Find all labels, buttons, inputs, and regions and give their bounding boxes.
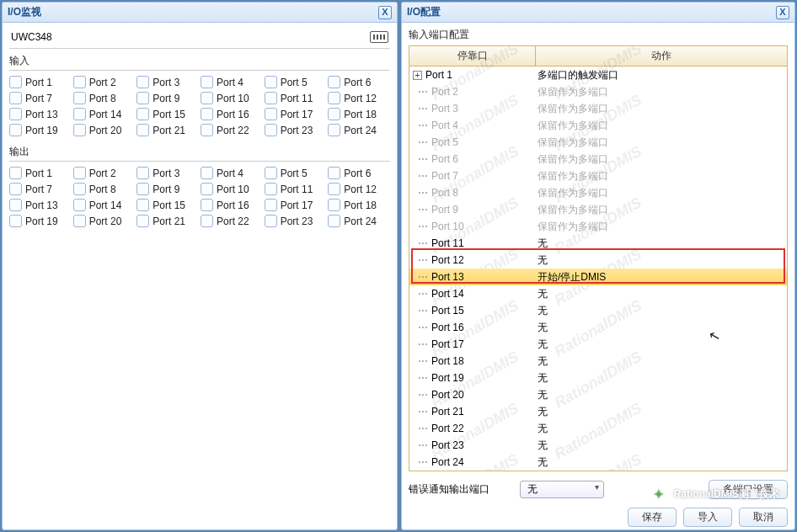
output-port-checkbox[interactable] <box>136 183 149 195</box>
input-port-checkbox[interactable] <box>136 76 149 88</box>
table-body[interactable]: +Port 1多端口的触发端口⋯Port 2保留作为多端口⋯Port 3保留作为… <box>409 66 787 471</box>
table-row[interactable]: ⋯Port 15无 <box>409 302 787 319</box>
input-port-checkbox[interactable] <box>9 76 22 88</box>
input-port-checkbox[interactable] <box>328 124 340 136</box>
output-port-checkbox[interactable] <box>136 215 149 227</box>
output-port-checkbox[interactable] <box>201 183 213 195</box>
output-port-checkbox[interactable] <box>265 183 277 195</box>
table-row[interactable]: ⋯Port 20无 <box>409 386 787 403</box>
output-port-checkbox[interactable] <box>328 167 340 179</box>
action-cell: 无 <box>536 253 787 268</box>
input-port-checkbox[interactable] <box>265 92 277 104</box>
table-row[interactable]: ⋯Port 24无 <box>409 454 787 471</box>
table-row[interactable]: ⋯Port 9保留作为多端口 <box>409 201 787 218</box>
table-row[interactable]: +Port 1多端口的触发端口 <box>409 66 787 83</box>
input-port-item: Port 2 <box>73 76 136 88</box>
input-port-checkbox[interactable] <box>201 108 213 120</box>
table-row[interactable]: ⋯Port 10保留作为多端口 <box>409 218 787 235</box>
table-row[interactable]: ⋯Port 6保留作为多端口 <box>409 151 787 168</box>
close-icon[interactable]: X <box>378 6 392 19</box>
table-row[interactable]: ⋯Port 17无 <box>409 336 787 353</box>
table-row[interactable]: ⋯Port 14无 <box>409 285 787 302</box>
input-port-checkbox[interactable] <box>136 124 149 136</box>
port-name: Port 6 <box>431 153 458 165</box>
port-name: Port 16 <box>431 322 464 333</box>
table-row[interactable]: ⋯Port 16无 <box>409 319 787 336</box>
output-port-checkbox[interactable] <box>328 215 340 227</box>
port-name: Port 17 <box>431 338 464 350</box>
port-label: Port 19 <box>25 215 58 227</box>
table-row[interactable]: ⋯Port 21无 <box>409 403 787 420</box>
save-button[interactable]: 保存 <box>628 508 677 527</box>
table-row[interactable]: ⋯Port 8保留作为多端口 <box>409 184 787 201</box>
input-port-checkbox[interactable] <box>265 76 277 88</box>
table-row[interactable]: ⋯Port 19无 <box>409 370 787 386</box>
cancel-button[interactable]: 取消 <box>739 508 788 527</box>
output-port-item: Port 6 <box>328 167 390 179</box>
table-row[interactable]: ⋯Port 7保留作为多端口 <box>409 168 787 184</box>
input-port-checkbox[interactable] <box>328 92 340 104</box>
input-port-item: Port 5 <box>265 76 327 88</box>
table-row[interactable]: ⋯Port 13开始/停止DMIS <box>409 269 787 285</box>
table-row[interactable]: ⋯Port 2保留作为多端口 <box>409 83 787 100</box>
input-port-checkbox[interactable] <box>9 124 22 136</box>
output-port-checkbox[interactable] <box>9 215 22 227</box>
port-label: Port 5 <box>281 77 308 88</box>
input-port-checkbox[interactable] <box>328 76 340 88</box>
output-port-checkbox[interactable] <box>265 167 277 179</box>
output-port-checkbox[interactable] <box>73 215 86 227</box>
output-port-checkbox[interactable] <box>265 199 277 211</box>
port-cell: ⋯Port 11 <box>409 237 536 249</box>
input-port-checkbox[interactable] <box>9 92 22 104</box>
close-icon[interactable]: X <box>776 6 789 19</box>
output-port-checkbox[interactable] <box>9 199 22 211</box>
output-port-item: Port 22 <box>201 215 263 227</box>
input-port-checkbox[interactable] <box>136 92 149 104</box>
output-port-checkbox[interactable] <box>328 183 340 195</box>
action-cell: 无 <box>536 422 787 436</box>
input-port-item: Port 24 <box>328 124 390 136</box>
output-port-checkbox[interactable] <box>265 215 277 227</box>
input-port-checkbox[interactable] <box>201 76 213 88</box>
table-row[interactable]: ⋯Port 4保留作为多端口 <box>409 117 787 134</box>
port-table: RationalDMISRationalDMISRationalDMISRati… <box>409 45 788 471</box>
output-port-checkbox[interactable] <box>328 199 340 211</box>
input-port-checkbox[interactable] <box>73 124 86 136</box>
port-label: Port 15 <box>152 109 185 120</box>
input-port-checkbox[interactable] <box>73 92 86 104</box>
table-row[interactable]: ⋯Port 23无 <box>409 437 787 454</box>
input-port-checkbox[interactable] <box>328 108 340 120</box>
expand-icon[interactable]: + <box>413 71 422 80</box>
input-port-item: Port 17 <box>265 108 327 120</box>
table-row[interactable]: ⋯Port 12无 <box>409 252 787 269</box>
input-port-checkbox[interactable] <box>9 108 22 120</box>
input-port-checkbox[interactable] <box>265 124 277 136</box>
input-port-checkbox[interactable] <box>73 76 86 88</box>
port-cell: ⋯Port 9 <box>409 204 536 215</box>
table-row[interactable]: ⋯Port 5保留作为多端口 <box>409 134 787 151</box>
table-row[interactable]: ⋯Port 18无 <box>409 353 787 370</box>
action-cell: 保留作为多端口 <box>536 85 787 99</box>
output-port-checkbox[interactable] <box>73 199 86 211</box>
output-port-checkbox[interactable] <box>136 167 149 179</box>
port-label: Port 18 <box>344 109 377 120</box>
output-port-checkbox[interactable] <box>9 183 22 195</box>
input-port-checkbox[interactable] <box>265 108 277 120</box>
input-port-checkbox[interactable] <box>73 108 86 120</box>
output-port-checkbox[interactable] <box>201 215 213 227</box>
output-port-checkbox[interactable] <box>201 199 213 211</box>
output-port-checkbox[interactable] <box>9 167 22 179</box>
import-button[interactable]: 导入 <box>683 508 732 527</box>
table-row[interactable]: ⋯Port 11无 <box>409 235 787 252</box>
table-row[interactable]: ⋯Port 3保留作为多端口 <box>409 100 787 117</box>
input-port-checkbox[interactable] <box>201 92 213 104</box>
error-output-dropdown[interactable]: 无 <box>520 481 604 498</box>
input-port-checkbox[interactable] <box>201 124 213 136</box>
output-port-checkbox[interactable] <box>73 167 86 179</box>
output-port-checkbox[interactable] <box>201 167 213 179</box>
table-row[interactable]: ⋯Port 22无 <box>409 420 787 437</box>
output-port-checkbox[interactable] <box>73 183 86 195</box>
port-cell: ⋯Port 12 <box>409 254 536 266</box>
input-port-checkbox[interactable] <box>136 108 149 120</box>
output-port-checkbox[interactable] <box>136 199 149 211</box>
